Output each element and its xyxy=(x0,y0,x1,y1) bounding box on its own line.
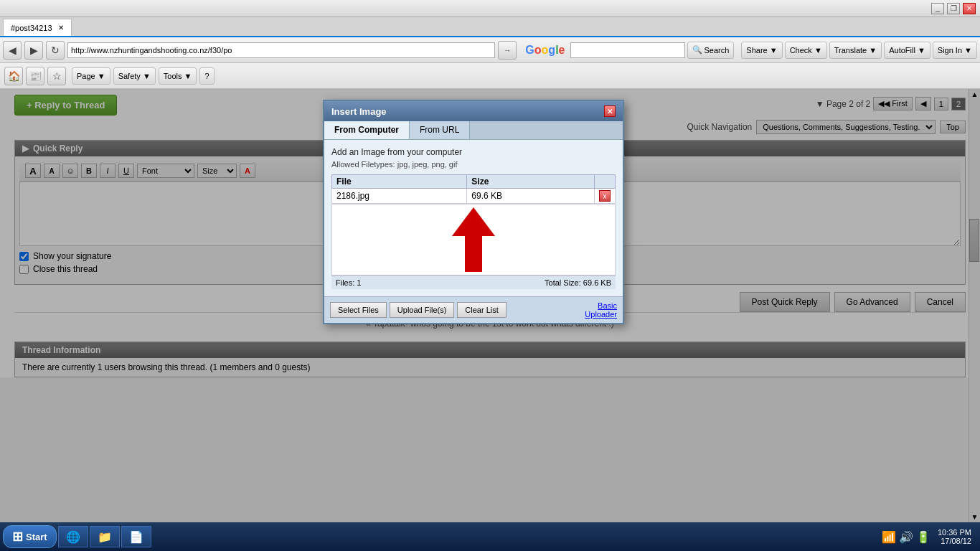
size-col-header: Size xyxy=(467,175,595,189)
modal-tabs: From Computer From URL xyxy=(324,121,623,140)
home-button[interactable]: 🏠 xyxy=(4,67,23,85)
signin-button[interactable]: Sign In ▼ xyxy=(933,42,977,59)
modal-content: Add an Image from your computer Allowed … xyxy=(324,140,623,296)
tab-bar: #post34213 ✕ xyxy=(0,17,980,37)
remove-file-button[interactable]: x xyxy=(599,190,611,202)
help-button[interactable]: ? xyxy=(199,67,214,85)
taskbar-clock: 10:36 PM 17/08/12 xyxy=(932,528,977,545)
upload-files-button[interactable]: Upload File(s) xyxy=(390,302,454,318)
battery-icon: 🔋 xyxy=(916,530,930,544)
svg-marker-0 xyxy=(452,207,495,272)
clock-time: 10:36 PM xyxy=(938,528,971,537)
search-button[interactable]: 🔍 Search xyxy=(687,42,735,59)
file-drop-area[interactable] xyxy=(331,204,616,276)
clear-list-button[interactable]: Clear List xyxy=(457,302,506,318)
modal-title: Insert Image xyxy=(331,106,387,117)
page-button[interactable]: Page ▼ xyxy=(72,67,110,85)
file-size: 69.6 KB xyxy=(467,189,595,204)
restore-button[interactable]: ❐ xyxy=(947,3,960,14)
modal-header: Insert Image ✕ xyxy=(324,101,623,121)
basic-uploader-link[interactable]: Basic Uploader xyxy=(585,301,617,319)
file-row: 2186.jpg 69.6 KB x xyxy=(332,189,616,204)
modal-overlay: Insert Image ✕ From Computer From URL Ad… xyxy=(0,89,980,522)
tab-post34213[interactable]: #post34213 ✕ xyxy=(3,19,72,36)
taskbar-ie-icon[interactable]: 🌐 xyxy=(58,526,88,547)
forward-button[interactable]: ▶ xyxy=(24,41,43,60)
back-button[interactable]: ◀ xyxy=(3,41,22,60)
drop-arrow-icon xyxy=(452,207,495,272)
modal-action-row: Select Files Upload File(s) Clear List B… xyxy=(324,296,623,323)
clock-date: 17/08/12 xyxy=(938,537,971,545)
ie-toolbar-row2: 🏠 📰 ☆ Page ▼ Safety ▼ Tools ▼ ? xyxy=(0,63,980,89)
tab-close-icon[interactable]: ✕ xyxy=(58,24,64,32)
remove-col-header xyxy=(595,175,616,189)
titlebar-controls: _ ❐ ✕ xyxy=(931,3,976,14)
tools-button[interactable]: Tools ▼ xyxy=(159,67,197,85)
select-files-button[interactable]: Select Files xyxy=(330,302,387,318)
close-button[interactable]: ✕ xyxy=(963,3,976,14)
add-favorite-button[interactable]: ☆ xyxy=(47,67,66,85)
autofill-button[interactable]: AutoFill ▼ xyxy=(884,42,930,59)
google-logo: Google xyxy=(525,44,565,57)
taskbar-document-icon[interactable]: 📄 xyxy=(121,526,151,547)
start-orb: ⊞ xyxy=(12,529,23,545)
volume-icon: 🔊 xyxy=(899,530,913,544)
refresh-button[interactable]: ↻ xyxy=(46,41,65,60)
go-button[interactable]: → xyxy=(498,41,517,60)
network-icon: 📶 xyxy=(882,530,896,544)
check-button[interactable]: Check ▼ xyxy=(785,42,827,59)
forum-content: + Reply to Thread ▼ Page 2 of 2 ◀◀ First… xyxy=(0,89,980,522)
modal-footer-info: Files: 1 Total Size: 69.6 KB xyxy=(331,276,616,289)
translate-button[interactable]: Translate ▼ xyxy=(829,42,882,59)
file-name: 2186.jpg xyxy=(332,189,467,204)
tab-from-url[interactable]: From URL xyxy=(410,121,470,139)
search-icon: 🔍 xyxy=(692,45,702,55)
browser-titlebar: _ ❐ ✕ xyxy=(0,0,980,17)
total-size: Total Size: 69.6 KB xyxy=(545,278,611,287)
rss-button[interactable]: 📰 xyxy=(26,67,44,85)
minimize-button[interactable]: _ xyxy=(931,3,944,14)
share-button[interactable]: Share ▼ xyxy=(741,42,782,59)
file-col-header: File xyxy=(332,175,467,189)
google-search-input[interactable] xyxy=(570,42,685,58)
file-table: File Size 2186.jpg 69.6 KB x xyxy=(331,174,616,204)
modal-allowed-types: Allowed Filetypes: jpg, jpeg, png, gif xyxy=(331,160,616,169)
taskbar-explorer-icon[interactable]: 📁 xyxy=(90,526,120,547)
modal-close-button[interactable]: ✕ xyxy=(604,105,616,117)
modal-description: Add an Image from your computer xyxy=(331,147,616,157)
taskbar: ⊞ Start 🌐 📁 📄 📶 🔊 🔋 10:36 PM 17/08/12 xyxy=(0,522,980,551)
taskbar-system-icons: 📶 🔊 🔋 xyxy=(882,530,930,544)
files-count: Files: 1 xyxy=(336,278,361,287)
tab-label: #post34213 xyxy=(11,24,52,32)
safety-button[interactable]: Safety ▼ xyxy=(113,67,156,85)
tab-from-computer[interactable]: From Computer xyxy=(324,121,410,139)
insert-image-modal: Insert Image ✕ From Computer From URL Ad… xyxy=(323,100,624,324)
browser-navbar: ◀ ▶ ↻ → Google 🔍 Search Share ▼ Check ▼ … xyxy=(0,37,980,63)
start-button[interactable]: ⊞ Start xyxy=(3,525,57,548)
address-bar[interactable] xyxy=(67,42,495,58)
